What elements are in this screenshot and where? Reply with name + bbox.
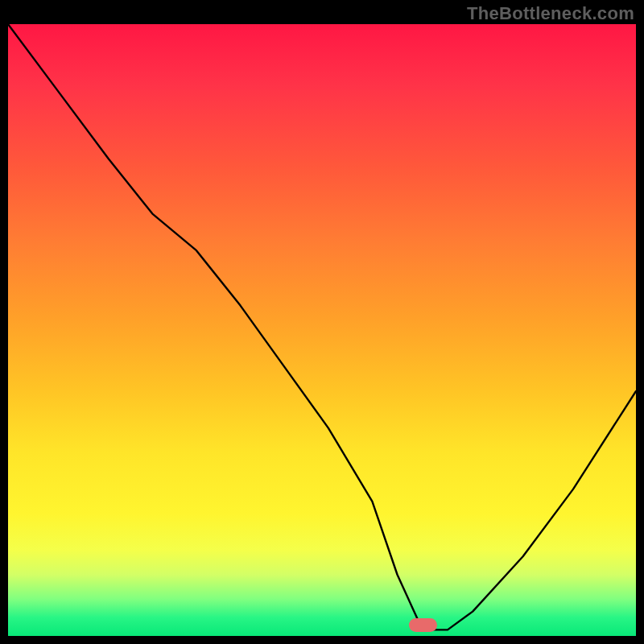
optimal-marker	[409, 618, 437, 632]
watermark-text: TheBottleneck.com	[467, 3, 634, 24]
plot-area	[8, 24, 636, 636]
chart-frame: TheBottleneck.com	[0, 0, 644, 644]
curve-path	[8, 24, 636, 630]
bottleneck-curve	[8, 24, 636, 636]
